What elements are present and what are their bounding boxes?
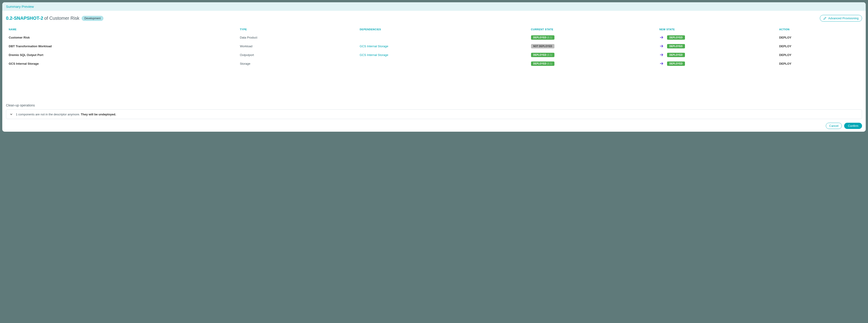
arrow-right-icon bbox=[659, 53, 664, 57]
row-dependency bbox=[357, 33, 528, 42]
dependency-link[interactable]: GCS Internal Storage bbox=[360, 44, 388, 48]
arrow-right-icon bbox=[659, 61, 664, 66]
chevron-down-icon bbox=[9, 112, 13, 116]
col-header-action: ACTION bbox=[776, 26, 862, 33]
row-dependency: GCS Internal Storage bbox=[357, 51, 528, 59]
status-badge: DEPLOYED bbox=[667, 44, 685, 49]
row-new-state: DEPLOYED bbox=[656, 33, 776, 42]
cleanup-title: Clean-up operations bbox=[6, 103, 862, 107]
title-left: 0.2-SNAPSHOT-2 of Customer Risk Developm… bbox=[6, 15, 103, 21]
arrow-right-icon bbox=[659, 44, 664, 49]
row-action: DEPLOY bbox=[776, 59, 862, 68]
col-header-type: TYPE bbox=[237, 26, 357, 33]
row-type: Storage bbox=[237, 59, 357, 68]
confirm-button[interactable]: Confirm bbox=[844, 123, 862, 129]
row-dependency bbox=[357, 59, 528, 68]
row-current-state: DEPLOYED (0.1) bbox=[528, 51, 657, 59]
col-header-name: NAME bbox=[6, 26, 237, 33]
status-badge: DEPLOYED bbox=[667, 53, 685, 57]
row-current-state: DEPLOYED (0.1) bbox=[528, 33, 657, 42]
status-badge: DEPLOYED bbox=[667, 35, 685, 40]
row-action: DEPLOY bbox=[776, 42, 862, 51]
row-dependency: GCS Internal Storage bbox=[357, 42, 528, 51]
row-action: DEPLOY bbox=[776, 51, 862, 59]
status-badge: DEPLOYED (0.1) bbox=[531, 53, 555, 57]
row-new-state: DEPLOYED bbox=[656, 42, 776, 51]
title-row: 0.2-SNAPSHOT-2 of Customer Risk Developm… bbox=[6, 15, 862, 22]
status-badge: DEPLOYED bbox=[667, 62, 685, 66]
col-header-dependencies: DEPENDENCIES bbox=[357, 26, 528, 33]
card-body: 0.2-SNAPSHOT-2 of Customer Risk Developm… bbox=[2, 11, 866, 132]
status-badge: DEPLOYED (0.1) bbox=[531, 62, 555, 66]
advanced-provisioning-label: Advanced Provisioning bbox=[828, 17, 859, 20]
arrow-right-icon bbox=[659, 35, 664, 40]
row-new-state: DEPLOYED bbox=[656, 51, 776, 59]
status-badge: DEPLOYED (0.1) bbox=[531, 35, 555, 40]
row-type: Outputport bbox=[237, 51, 357, 59]
cancel-button[interactable]: Cancel bbox=[826, 123, 842, 129]
table-row: Dremio SQL Output PortOutputportGCS Inte… bbox=[6, 51, 862, 59]
row-type: Workload bbox=[237, 42, 357, 51]
row-name: Customer Risk bbox=[6, 33, 237, 42]
card-header: Summary Preview bbox=[2, 2, 866, 11]
row-type: Data Product bbox=[237, 33, 357, 42]
cleanup-message-bold: They will be undeployed. bbox=[81, 112, 116, 116]
card-title: Summary Preview bbox=[6, 5, 862, 8]
summary-preview-card: Summary Preview 0.2-SNAPSHOT-2 of Custom… bbox=[2, 2, 866, 132]
dependency-link[interactable]: GCS Internal Storage bbox=[360, 53, 388, 57]
col-header-current-state: CURRENT STATE bbox=[528, 26, 657, 33]
row-name: DBT Transformation Workload bbox=[6, 42, 237, 51]
page-title: 0.2-SNAPSHOT-2 of Customer Risk bbox=[6, 15, 80, 21]
entity-name: Customer Risk bbox=[49, 15, 80, 21]
row-current-state: NOT DEPLOYED bbox=[528, 42, 657, 51]
version-text: 0.2-SNAPSHOT-2 bbox=[6, 15, 43, 21]
edit-icon bbox=[823, 17, 827, 20]
row-action: DEPLOY bbox=[776, 33, 862, 42]
table-row: GCS Internal StorageStorageDEPLOYED (0.1… bbox=[6, 59, 862, 68]
footer-actions: Cancel Confirm bbox=[6, 123, 862, 129]
cleanup-message-prefix: 1 components are not in the descriptor a… bbox=[16, 112, 81, 116]
environment-chip: Development bbox=[82, 16, 103, 21]
table-row: DBT Transformation WorkloadWorkloadGCS I… bbox=[6, 42, 862, 51]
cleanup-expandable[interactable]: 1 components are not in the descriptor a… bbox=[6, 109, 862, 119]
table-row: Customer RiskData ProductDEPLOYED (0.1)D… bbox=[6, 33, 862, 42]
deployment-table: NAME TYPE DEPENDENCIES CURRENT STATE NEW… bbox=[6, 26, 862, 68]
table-header-row: NAME TYPE DEPENDENCIES CURRENT STATE NEW… bbox=[6, 26, 862, 33]
row-name: GCS Internal Storage bbox=[6, 59, 237, 68]
row-current-state: DEPLOYED (0.1) bbox=[528, 59, 657, 68]
spacer bbox=[6, 68, 862, 103]
cleanup-message: 1 components are not in the descriptor a… bbox=[16, 112, 116, 116]
row-new-state: DEPLOYED bbox=[656, 59, 776, 68]
col-header-new-state: NEW STATE bbox=[656, 26, 776, 33]
advanced-provisioning-button[interactable]: Advanced Provisioning bbox=[820, 15, 862, 22]
status-badge: NOT DEPLOYED bbox=[531, 44, 555, 49]
row-name: Dremio SQL Output Port bbox=[6, 51, 237, 59]
of-label: of bbox=[44, 15, 48, 21]
